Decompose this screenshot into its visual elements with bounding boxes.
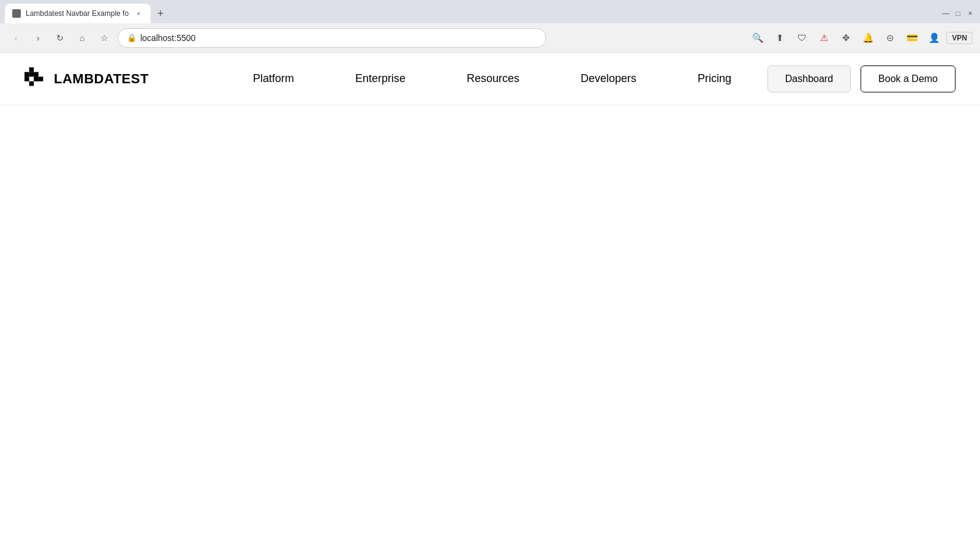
svg-rect-1 bbox=[29, 67, 34, 72]
svg-rect-2 bbox=[29, 72, 34, 77]
page-body bbox=[0, 105, 980, 551]
svg-rect-4 bbox=[34, 77, 39, 81]
address-bar-row: ‹ › ↻ ⌂ ☆ 🔒 localhost:5500 🔍 ⬆ 🛡 ⚠ ✥ 🔔 ⊝… bbox=[0, 23, 980, 53]
browser-action-buttons: 🔍 ⬆ 🛡 ⚠ ✥ 🔔 ⊝ 💳 👤 VPN bbox=[748, 28, 973, 48]
tab-bar: Lambdatest Navbar Example fo × + — □ × bbox=[0, 0, 980, 23]
nav-links: Platform Enterprise Resources Developers… bbox=[222, 72, 767, 85]
new-tab-button[interactable]: + bbox=[152, 5, 169, 22]
nav-pricing[interactable]: Pricing bbox=[667, 72, 762, 85]
home-button[interactable]: ⌂ bbox=[74, 29, 91, 47]
minimize-button[interactable]: — bbox=[941, 9, 951, 18]
maximize-button[interactable]: □ bbox=[953, 9, 963, 18]
bookmark-button[interactable]: ☆ bbox=[96, 29, 113, 47]
profile-icon[interactable]: 👤 bbox=[924, 28, 944, 48]
search-icon[interactable]: 🔍 bbox=[748, 28, 767, 48]
window-controls: — □ × bbox=[941, 9, 980, 18]
nav-resources[interactable]: Resources bbox=[436, 72, 550, 85]
tab-close-button[interactable]: × bbox=[134, 9, 143, 18]
back-button[interactable]: ‹ bbox=[7, 29, 24, 47]
extensions-icon[interactable]: ✥ bbox=[836, 28, 856, 48]
logo-icon bbox=[24, 67, 48, 91]
tab-favicon bbox=[12, 9, 21, 18]
notifications-icon[interactable]: 🔔 bbox=[858, 28, 878, 48]
navbar: LAMBDATEST Platform Enterprise Resources… bbox=[0, 53, 980, 105]
vpn-button[interactable]: VPN bbox=[946, 32, 973, 44]
nav-platform[interactable]: Platform bbox=[222, 72, 325, 85]
nav-enterprise[interactable]: Enterprise bbox=[325, 72, 436, 85]
forward-button[interactable]: › bbox=[29, 29, 47, 47]
logo[interactable]: LAMBDATEST bbox=[24, 67, 149, 91]
shield-icon[interactable]: 🛡 bbox=[792, 28, 812, 48]
share-icon[interactable]: ⬆ bbox=[770, 28, 790, 48]
reload-button[interactable]: ↻ bbox=[51, 29, 69, 47]
lock-icon: 🔒 bbox=[127, 33, 137, 42]
wallet-icon[interactable]: 💳 bbox=[902, 28, 922, 48]
nav-actions: Dashboard Book a Demo bbox=[767, 66, 956, 92]
logo-text: LAMBDATEST bbox=[54, 71, 149, 87]
url-bar[interactable]: 🔒 localhost:5500 bbox=[118, 28, 546, 48]
svg-rect-5 bbox=[29, 81, 34, 86]
svg-rect-7 bbox=[24, 77, 29, 81]
sidebar-icon[interactable]: ⊝ bbox=[880, 28, 900, 48]
nav-developers[interactable]: Developers bbox=[550, 72, 667, 85]
website-content: LAMBDATEST Platform Enterprise Resources… bbox=[0, 53, 980, 551]
active-tab[interactable]: Lambdatest Navbar Example fo × bbox=[5, 4, 151, 23]
close-button[interactable]: × bbox=[965, 9, 975, 18]
svg-rect-0 bbox=[24, 72, 29, 77]
alert-icon[interactable]: ⚠ bbox=[814, 28, 834, 48]
svg-rect-6 bbox=[39, 77, 43, 81]
svg-rect-3 bbox=[34, 72, 39, 77]
book-demo-button[interactable]: Book a Demo bbox=[861, 66, 956, 92]
tab-title: Lambdatest Navbar Example fo bbox=[26, 9, 129, 18]
browser-chrome: Lambdatest Navbar Example fo × + — □ × ‹… bbox=[0, 0, 980, 53]
dashboard-button[interactable]: Dashboard bbox=[767, 66, 851, 92]
url-text: localhost:5500 bbox=[140, 33, 537, 43]
